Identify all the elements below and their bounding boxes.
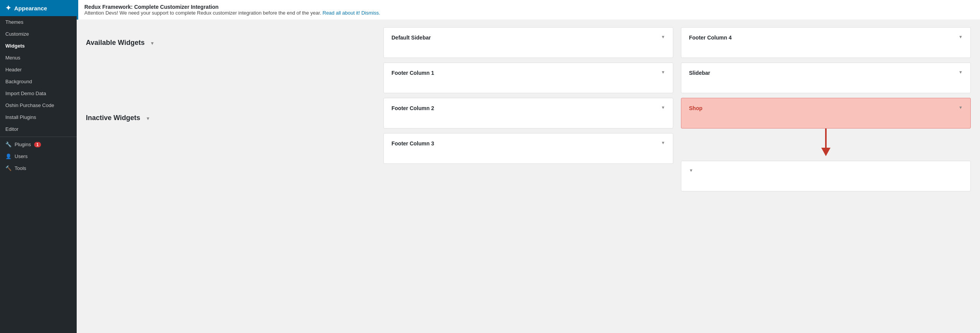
panel-footer-col-4-arrow: ▼: [959, 35, 963, 39]
sidebar-item-background[interactable]: Background: [0, 76, 77, 87]
notice-title: Redux Framework: Complete Customizer Int…: [84, 4, 974, 10]
notice-body: Attention Devs! We need your support to …: [84, 10, 974, 16]
sidebar-item-tools[interactable]: 🔨 Tools: [0, 162, 77, 174]
available-widgets-label: Available Widgets: [86, 39, 145, 47]
panel-footer-col-1-title: Footer Column 1: [391, 70, 434, 76]
notice-read-link[interactable]: Read all about it!: [322, 10, 360, 16]
arrow-shaft: [825, 129, 827, 148]
panel-footer-col-4-title: Footer Column 4: [689, 35, 732, 41]
panel-footer-col-1[interactable]: Footer Column 1 ▼: [383, 63, 673, 93]
notice-body-text: Attention Devs! We need your support to …: [84, 10, 321, 16]
sidebar-item-users[interactable]: 👤 Users: [0, 150, 77, 162]
panel-footer-col-2[interactable]: Footer Column 2 ▼: [383, 98, 673, 129]
plugins-label: Plugins: [15, 142, 31, 147]
available-widgets-row: Available Widgets ▼: [86, 27, 376, 58]
panel-footer-col-3-arrow: ▼: [661, 140, 665, 145]
panel-footer-col-4[interactable]: Footer Column 4 ▼: [681, 27, 971, 58]
wrench-icon: 🔧: [5, 142, 12, 147]
available-widgets-arrow[interactable]: ▼: [150, 41, 155, 46]
annotation-arrow-group: [681, 129, 971, 156]
panel-footer-col-2-arrow: ▼: [661, 105, 665, 110]
notice-bar: Redux Framework: Complete Customizer Int…: [77, 0, 980, 20]
sidebar-item-header[interactable]: Header: [0, 64, 77, 76]
appearance-header[interactable]: ✦ Appearance: [0, 0, 77, 16]
panel-footer-col-2-title: Footer Column 2: [391, 105, 434, 111]
shop-annotation-wrapper: Shop ▼: [681, 98, 971, 156]
inactive-widgets-label: Inactive Widgets: [86, 114, 140, 122]
inactive-widgets-row: Inactive Widgets ▼: [86, 102, 376, 133]
person-icon: 👤: [5, 153, 12, 159]
widgets-wrapper: Available Widgets ▼ Inactive Widgets ▼ D…: [86, 27, 971, 191]
panel-footer-col-1-arrow: ▼: [661, 70, 665, 74]
arrow-head: [821, 148, 830, 156]
panel-shop-arrow: ▼: [959, 105, 963, 110]
sidebar-item-widgets[interactable]: Widgets: [0, 40, 77, 52]
tools-label: Tools: [15, 165, 26, 171]
right-column: Footer Column 4 ▼ Slidebar ▼ Shop ▼: [681, 27, 971, 191]
panel-default-sidebar-title: Default Sidebar: [391, 35, 431, 41]
panel-default-sidebar-arrow: ▼: [661, 35, 665, 39]
panel-slidebar-arrow: ▼: [959, 70, 963, 74]
sidebar-item-editor[interactable]: Editor: [0, 123, 77, 135]
content-area: Available Widgets ▼ Inactive Widgets ▼ D…: [77, 20, 980, 333]
panel-empty-arrow: ▼: [689, 168, 693, 173]
panel-shop[interactable]: Shop ▼: [681, 98, 971, 129]
sidebar-item-menus[interactable]: Menus: [0, 52, 77, 64]
tools-icon: 🔨: [5, 165, 12, 171]
notice-dismiss-link[interactable]: Dismiss.: [361, 10, 380, 16]
panel-shop-title: Shop: [689, 105, 702, 111]
mid-column: Default Sidebar ▼ Footer Column 1 ▼ Foot…: [383, 27, 673, 164]
panel-default-sidebar[interactable]: Default Sidebar ▼: [383, 27, 673, 58]
appearance-label: Appearance: [14, 5, 47, 12]
sidebar-item-import-demo[interactable]: Import Demo Data: [0, 87, 77, 99]
users-label: Users: [15, 153, 28, 159]
sidebar-item-themes[interactable]: Themes: [0, 16, 77, 28]
sidebar-divider: [0, 137, 77, 137]
left-column: Available Widgets ▼ Inactive Widgets ▼: [86, 27, 376, 138]
panel-empty[interactable]: ▼: [681, 161, 971, 191]
sidebar-item-plugins[interactable]: 🔧 Plugins 1: [0, 138, 77, 150]
panel-slidebar[interactable]: Slidebar ▼: [681, 63, 971, 93]
sidebar-item-install-plugins[interactable]: Install Plugins: [0, 111, 77, 123]
main-content: Redux Framework: Complete Customizer Int…: [77, 0, 980, 333]
inactive-widgets-arrow[interactable]: ▼: [146, 116, 150, 121]
sidebar: ✦ Appearance Themes Customize Widgets Me…: [0, 0, 77, 333]
sidebar-item-customize[interactable]: Customize: [0, 28, 77, 40]
sidebar-item-oshin[interactable]: Oshin Purchase Code: [0, 99, 77, 111]
appearance-icon: ✦: [5, 4, 11, 12]
sidebar-nav: Themes Customize Widgets Menus Header Ba…: [0, 16, 77, 174]
panel-footer-col-3-title: Footer Column 3: [391, 140, 434, 147]
panel-footer-col-3[interactable]: Footer Column 3 ▼: [383, 133, 673, 164]
plugins-badge: 1: [34, 142, 41, 147]
panel-slidebar-title: Slidebar: [689, 70, 710, 76]
